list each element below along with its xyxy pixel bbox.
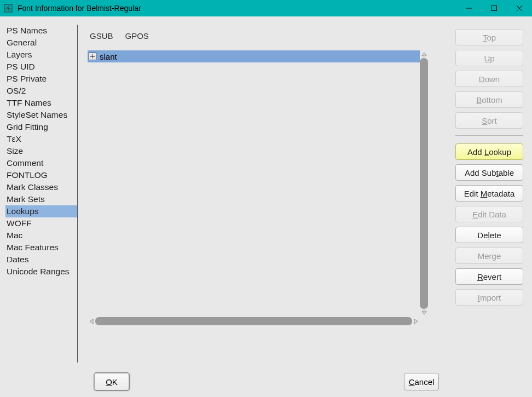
up-button[interactable]: Up [455, 50, 523, 66]
sidebar-item-mac[interactable]: Mac [5, 229, 77, 241]
lookup-list[interactable]: slant [88, 50, 420, 317]
tab-gpos[interactable]: GPOS [125, 31, 149, 41]
top-button[interactable]: Top [455, 29, 523, 45]
scroll-left-icon[interactable] [88, 317, 95, 325]
horizontal-scrollbar[interactable] [88, 317, 420, 325]
sidebar-item-fontlog[interactable]: FONTLOG [5, 169, 77, 181]
merge-button[interactable]: Merge [455, 248, 523, 264]
edit-metadata-button[interactable]: Edit Metadata [455, 185, 523, 202]
delete-button[interactable]: Delete [455, 227, 523, 243]
edit-data-button[interactable]: Edit Data [455, 206, 523, 222]
main-panel: GSUB GPOS slant [78, 25, 448, 363]
sidebar-item-grid-fitting[interactable]: Grid Fitting [5, 121, 77, 133]
list-item[interactable]: slant [88, 50, 420, 62]
sort-button[interactable]: Sort [455, 112, 523, 129]
sidebar-item-mark-sets[interactable]: Mark Sets [5, 193, 77, 205]
scroll-down-icon[interactable] [420, 309, 428, 317]
hscroll-thumb[interactable] [95, 317, 412, 325]
sidebar-item-comment[interactable]: Comment [5, 157, 77, 169]
sidebar-item-t-x[interactable]: TεX [5, 133, 77, 145]
maximize-button[interactable] [482, 0, 507, 16]
vscroll-thumb[interactable] [420, 58, 428, 309]
window-title: Font Information for Belmist-Regular [18, 4, 456, 13]
expand-icon[interactable] [89, 53, 96, 60]
app-icon [3, 3, 13, 13]
divider [455, 135, 523, 136]
tab-gsub[interactable]: GSUB [90, 31, 113, 41]
vertical-scrollbar[interactable] [420, 50, 428, 317]
titlebar: Font Information for Belmist-Regular [0, 0, 532, 16]
add-subtable-button[interactable]: Add Subtable [455, 164, 523, 181]
sidebar-item-lookups[interactable]: Lookups [5, 205, 77, 217]
down-button[interactable]: Down [455, 71, 523, 87]
cancel-button[interactable]: Cancel [404, 373, 439, 390]
sidebar-item-styleset-names[interactable]: StyleSet Names [5, 109, 77, 121]
scroll-up-icon[interactable] [420, 50, 428, 58]
revert-button[interactable]: Revert [455, 268, 523, 285]
sidebar-item-ps-uid[interactable]: PS UID [5, 61, 77, 73]
sidebar-item-dates[interactable]: Dates [5, 254, 77, 266]
sidebar-item-mac-features[interactable]: Mac Features [5, 241, 77, 254]
svg-rect-2 [492, 6, 497, 11]
bottom-button[interactable]: Bottom [455, 91, 523, 108]
import-button[interactable]: Import [455, 289, 523, 306]
sidebar-item-layers[interactable]: Layers [5, 49, 77, 61]
sidebar-item-unicode-ranges[interactable]: Unicode Ranges [5, 266, 77, 278]
bottom-bar: OK Cancel [5, 370, 527, 394]
sidebar: PS NamesGeneralLayersPS UIDPS PrivateOS/… [5, 25, 78, 363]
sidebar-item-ps-names[interactable]: PS Names [5, 25, 77, 37]
sidebar-item-os-2[interactable]: OS/2 [5, 85, 77, 97]
lookup-list-area: slant [88, 50, 428, 325]
sidebar-item-ttf-names[interactable]: TTF Names [5, 97, 77, 109]
dialog-body: PS NamesGeneralLayersPS UIDPS PrivateOS/… [0, 16, 532, 397]
sidebar-item-size[interactable]: Size [5, 145, 77, 157]
sidebar-item-woff[interactable]: WOFF [5, 217, 77, 229]
ok-button[interactable]: OK [94, 373, 129, 390]
sidebar-item-general[interactable]: General [5, 37, 77, 49]
tabs: GSUB GPOS [88, 30, 446, 50]
lookup-name: slant [100, 52, 117, 61]
sidebar-item-mark-classes[interactable]: Mark Classes [5, 181, 77, 193]
add-lookup-button[interactable]: Add Lookup [455, 143, 523, 160]
window-buttons [456, 0, 532, 16]
minimize-button[interactable] [456, 0, 482, 16]
close-button[interactable] [507, 0, 532, 16]
right-button-column: Top Up Down Bottom Sort Add Lookup Add S… [455, 25, 527, 363]
scroll-right-icon[interactable] [412, 317, 420, 325]
sidebar-item-ps-private[interactable]: PS Private [5, 73, 77, 85]
